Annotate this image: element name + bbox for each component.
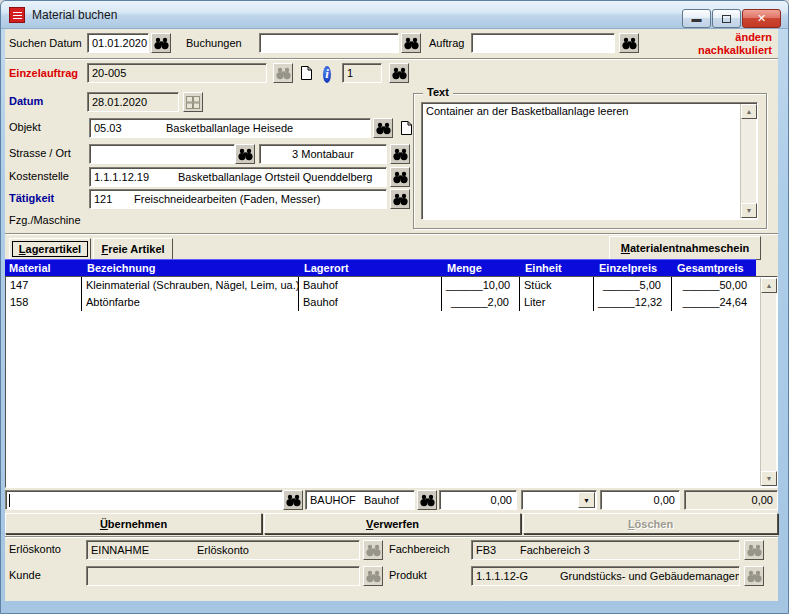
objekt-field[interactable]: 05.03 Basketballanlage Heisede <box>89 118 371 138</box>
text-area[interactable]: Container an der Basketballanlage leeren… <box>421 102 758 220</box>
strasse-ort-label: Strasse / Ort <box>9 147 71 159</box>
produkt-name: Grundstücks- und Gebäudemanagem <box>560 570 740 582</box>
binoculars-icon <box>622 37 637 50</box>
table-row[interactable]: 147Kleinmaterial (Schrauben, Nägel, Leim… <box>6 277 777 294</box>
produkt-search-button[interactable] <box>744 566 764 586</box>
arrow-up-icon: ▲ <box>746 108 753 115</box>
window-controls: ▬ ✕ <box>682 9 781 28</box>
lager-search-button[interactable] <box>417 490 437 510</box>
loeschen-button[interactable]: Löschen <box>523 513 778 534</box>
buchungen-search-button[interactable] <box>401 33 421 53</box>
table-row[interactable]: 158AbtönfarbeBauhof______2,00Liter______… <box>6 294 777 311</box>
buchungen-label: Buchungen <box>186 37 242 49</box>
auftrag-label: Auftrag <box>429 37 464 49</box>
fachbereich-search-button[interactable] <box>744 540 764 560</box>
materialentnahmeschein-button[interactable]: Materialentnahmeschein <box>609 236 761 260</box>
title-bar[interactable]: Material buchen ▬ ✕ <box>1 1 789 29</box>
list-scrollbar[interactable]: ▲ ▼ <box>760 278 776 486</box>
ort-field[interactable]: 3 Montabaur <box>259 144 387 164</box>
ort-search-button[interactable] <box>390 144 410 164</box>
suchen-datum-search-button[interactable] <box>151 33 171 53</box>
taetigkeit-code: 121 <box>94 193 134 205</box>
table-cell: ______50,00 <box>672 277 757 294</box>
arrow-down-icon: ▼ <box>766 475 773 482</box>
suchen-datum-field[interactable]: 01.01.2020 <box>87 33 149 53</box>
new-document-icon <box>300 65 313 81</box>
new-document-button[interactable] <box>296 63 316 83</box>
scroll-down-button[interactable]: ▼ <box>741 203 757 218</box>
einzelauftrag-search-button[interactable] <box>273 63 293 83</box>
text-scrollbar[interactable]: ▲ ▼ <box>740 104 756 218</box>
suchen-datum-label: Suchen Datum <box>9 37 82 49</box>
app-icon <box>9 7 25 23</box>
lfd-nr-field[interactable]: 1 <box>342 63 382 83</box>
binoculars-icon <box>392 67 407 80</box>
info-button[interactable]: i <box>317 64 337 84</box>
menge-input[interactable]: 0,00 <box>439 490 517 510</box>
fachbereich-label: Fachbereich <box>389 543 450 555</box>
kostenstelle-field[interactable]: 1.1.1.12.19 Basketballanlage Ortsteil Qu… <box>89 167 387 187</box>
objekt-code: 05.03 <box>94 122 166 134</box>
article-list[interactable]: 147Kleinmaterial (Schrauben, Nägel, Leim… <box>5 276 778 488</box>
erloeskonto-search-button[interactable] <box>363 540 383 560</box>
auftrag-search-button[interactable] <box>619 33 639 53</box>
einheit-dropdown[interactable]: ▼ <box>521 490 597 510</box>
erloeskonto-field[interactable]: EINNAHME Erlöskonto <box>86 540 360 560</box>
fachbereich-field[interactable]: FB3 Fachbereich 3 <box>471 540 740 560</box>
objekt-name: Basketballanlage Heisede <box>166 122 293 134</box>
kunde-field[interactable] <box>86 566 360 586</box>
kostenstelle-search-button[interactable] <box>390 167 410 187</box>
table-cell: Bauhof <box>299 294 442 311</box>
strasse-search-button[interactable] <box>235 144 255 164</box>
text-area-content: Container an der Basketballanlage leeren <box>426 105 753 117</box>
status-nachkalkuliert: nachkalkuliert <box>698 44 772 56</box>
scroll-up-button[interactable]: ▲ <box>741 104 757 119</box>
binoculars-icon <box>286 494 301 507</box>
table-cell: Bauhof <box>299 277 442 294</box>
auftrag-field[interactable] <box>471 33 615 53</box>
minimize-icon: ▬ <box>692 13 702 24</box>
tab-lagerartikel[interactable]: Lagerartikel <box>9 238 91 260</box>
taetigkeit-search-button[interactable] <box>390 189 410 209</box>
binoculars-icon <box>393 148 408 161</box>
table-cell: ______10,00 <box>442 277 520 294</box>
text-group: Text Container an der Basketballanlage l… <box>413 93 767 229</box>
dialog-body: Suchen Datum 01.01.2020 Buchungen Auftra… <box>5 29 778 601</box>
column-header: Menge <box>441 260 519 276</box>
binoculars-icon <box>276 67 291 80</box>
lfd-search-button[interactable] <box>389 63 409 83</box>
lager-field[interactable]: BAUHOF Bauhof <box>305 490 415 510</box>
separator <box>5 233 778 235</box>
table-cell: Stück <box>520 277 594 294</box>
close-button[interactable]: ✕ <box>742 9 781 28</box>
calendar-button[interactable] <box>183 92 203 112</box>
objekt-search-button[interactable] <box>373 118 393 138</box>
table-cell: Liter <box>520 294 594 311</box>
artikel-search-button[interactable] <box>283 490 303 510</box>
tab-freie-artikel[interactable]: Freie Artikel <box>93 238 173 260</box>
uebernehmen-button[interactable]: Übernehmen <box>5 513 262 534</box>
binoculars-icon <box>420 494 435 507</box>
produkt-code: 1.1.1.12-G <box>476 570 560 582</box>
material-buchen-window: Material buchen ▬ ✕ Suchen Datum 01.01.2… <box>0 0 789 614</box>
column-header: Lagerort <box>298 260 441 276</box>
einzelauftrag-field[interactable]: 20-005 <box>87 63 267 83</box>
datum-field[interactable]: 28.01.2020 <box>87 92 179 112</box>
produkt-field[interactable]: 1.1.1.12-G Grundstücks- und Gebäudemanag… <box>471 566 740 586</box>
artikel-input[interactable] <box>5 490 283 510</box>
info-icon: i <box>323 66 331 83</box>
einzelpreis-input[interactable]: 0,00 <box>600 490 680 510</box>
erloeskonto-code: EINNAHME <box>91 544 197 556</box>
strasse-field[interactable] <box>89 144 235 164</box>
scroll-up-button[interactable]: ▲ <box>761 278 777 293</box>
dropdown-button[interactable]: ▼ <box>578 492 595 508</box>
kostenstelle-code: 1.1.1.12.19 <box>94 171 178 183</box>
minimize-button[interactable]: ▬ <box>682 9 711 28</box>
buchungen-field[interactable] <box>259 33 399 53</box>
kunde-search-button[interactable] <box>363 566 383 586</box>
scroll-down-button[interactable]: ▼ <box>761 471 777 486</box>
verwerfen-button[interactable]: Verwerfen <box>264 513 521 534</box>
taetigkeit-field[interactable]: 121 Freischneidearbeiten (Faden, Messer) <box>89 189 387 209</box>
fachbereich-name: Fachbereich 3 <box>520 544 590 556</box>
maximize-button[interactable] <box>712 9 741 28</box>
